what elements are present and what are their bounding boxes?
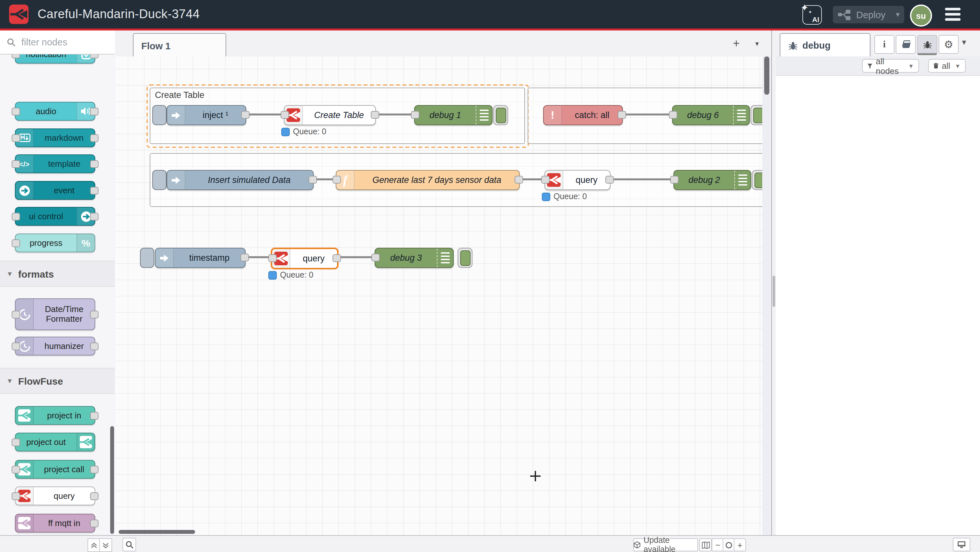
wire[interactable] bbox=[619, 113, 675, 115]
palette-node-progress[interactable]: progress % bbox=[15, 233, 95, 252]
palette-node-ff-mqtt-in[interactable]: ff mqtt in bbox=[15, 514, 95, 533]
node-debug-3[interactable]: debug 3 bbox=[375, 248, 454, 268]
palette-node-audio[interactable]: audio bbox=[15, 102, 95, 121]
sparkle-icon: ✦ bbox=[800, 2, 808, 14]
package-icon bbox=[634, 541, 640, 549]
inject-trigger-button[interactable] bbox=[152, 170, 167, 190]
wire[interactable] bbox=[607, 179, 676, 180]
ai-assistant-button[interactable]: ✦ ✦ AI bbox=[802, 5, 822, 25]
palette-collapse-all-button[interactable] bbox=[88, 538, 100, 552]
exclamation-icon: ! bbox=[544, 106, 562, 124]
inject-trigger-button[interactable] bbox=[140, 248, 154, 268]
status-dot-icon bbox=[542, 192, 550, 201]
palette-section-flowfuse[interactable]: ▾ FlowFuse bbox=[0, 368, 115, 394]
node-debug-6[interactable]: debug 6 bbox=[672, 105, 750, 125]
node-query-2[interactable]: query bbox=[544, 170, 611, 190]
palette-node-project-in[interactable]: project in bbox=[15, 406, 95, 425]
status-dot-icon bbox=[281, 128, 290, 136]
debug-clear-button[interactable]: all ▼ bbox=[928, 59, 966, 73]
add-flow-button[interactable]: + bbox=[729, 36, 743, 51]
palette-node-humanizer[interactable]: humanizer bbox=[15, 337, 95, 356]
node-query-3-selected[interactable]: query bbox=[271, 248, 338, 269]
sidebar-tab-debug[interactable]: debug bbox=[780, 33, 870, 57]
palette-node-ui-control[interactable]: ui control bbox=[15, 207, 95, 226]
debug-toggle-button[interactable] bbox=[751, 105, 762, 125]
canvas-search-button[interactable] bbox=[123, 538, 136, 551]
funnel-icon bbox=[867, 62, 872, 69]
workspace-footer: Update available − + bbox=[115, 535, 776, 552]
splitter-handle-icon bbox=[773, 276, 775, 307]
debug-sidebar-icon bbox=[734, 171, 751, 190]
sidebar-footer bbox=[776, 535, 980, 552]
inject-arrow-icon bbox=[167, 106, 185, 124]
debug-sidebar-icon bbox=[476, 106, 492, 124]
node-status: Queue: 0 bbox=[542, 192, 587, 201]
node-catch-all[interactable]: ! catch: all bbox=[543, 105, 623, 125]
instance-title: Careful-Mandarin-Duck-3744 bbox=[38, 7, 200, 21]
deploy-button[interactable]: Deploy ▼ bbox=[833, 6, 904, 23]
debug-toggle-button[interactable] bbox=[752, 170, 762, 190]
navigator-button[interactable] bbox=[699, 538, 712, 551]
palette-scrollbar[interactable] bbox=[110, 426, 114, 534]
debug-filter-button[interactable]: all nodes ▼ bbox=[862, 59, 919, 73]
canvas-vertical-scrollbar[interactable] bbox=[764, 56, 769, 95]
node-create-table-query[interactable]: Create Table bbox=[284, 105, 376, 125]
palette-section-formats[interactable]: ▾ formats bbox=[0, 261, 115, 287]
debug-toggle-button[interactable] bbox=[493, 105, 508, 125]
node-insert-simulated-data[interactable]: Insert simulated Data bbox=[167, 170, 314, 190]
node-timestamp[interactable]: timestamp bbox=[155, 248, 246, 268]
sidebar-tabs-overflow-button[interactable]: ▼ bbox=[961, 38, 968, 46]
open-in-window-button[interactable] bbox=[953, 538, 970, 551]
palette-filter[interactable] bbox=[0, 30, 115, 54]
palette-node-query[interactable]: query bbox=[15, 487, 95, 505]
flow-canvas[interactable]: Create Table inject ¹ Create Table bbox=[115, 56, 762, 535]
inject-arrow-icon bbox=[167, 171, 185, 190]
node-debug-1[interactable]: debug 1 bbox=[414, 105, 493, 125]
flowfuse-icon bbox=[16, 407, 34, 424]
chevron-down-icon: ▼ bbox=[955, 62, 961, 69]
zoom-in-button[interactable]: + bbox=[734, 538, 746, 551]
canvas-scroll-gutter bbox=[762, 56, 771, 535]
debug-filter-row: all nodes ▼ all ▼ bbox=[776, 56, 980, 76]
flowfuse-icon bbox=[16, 514, 34, 532]
chevron-down-icon: ▼ bbox=[908, 62, 914, 69]
palette-footer bbox=[0, 535, 116, 552]
update-available-button[interactable]: Update available bbox=[633, 538, 698, 551]
ai-label: AI bbox=[812, 16, 819, 23]
sidebar-tabrow: debug i ⚙ ▼ bbox=[776, 30, 980, 57]
inject-trigger-button[interactable] bbox=[152, 105, 167, 125]
deploy-caret-icon[interactable]: ▼ bbox=[894, 11, 901, 18]
sidebar-tab-help-button[interactable] bbox=[896, 35, 916, 54]
deploy-label: Deploy bbox=[856, 10, 885, 20]
user-avatar[interactable]: su bbox=[910, 5, 932, 27]
cursor-crosshair bbox=[530, 471, 541, 481]
debug-toggle-button[interactable] bbox=[458, 248, 473, 268]
sidebar-tab-info-button[interactable]: i bbox=[874, 35, 894, 54]
sparkle-small-icon: ✦ bbox=[808, 10, 812, 15]
percent-icon: % bbox=[76, 234, 95, 252]
palette-node-markdown[interactable]: markdown bbox=[15, 128, 95, 147]
main-menu-button[interactable] bbox=[945, 8, 961, 21]
tab-flow-1[interactable]: Flow 1 bbox=[133, 33, 226, 58]
palette-node-project-out[interactable]: project out bbox=[15, 432, 95, 451]
palette-node-datetime-formatter[interactable]: Date/Time Formatter bbox=[15, 298, 95, 330]
flowfuse-logo-icon bbox=[9, 5, 29, 24]
palette-expand-all-button[interactable] bbox=[99, 538, 112, 552]
flow-list-button[interactable]: ▾ bbox=[750, 36, 764, 51]
palette-node-project-call[interactable]: project call bbox=[15, 460, 95, 479]
canvas-horizontal-scrollbar[interactable] bbox=[119, 530, 195, 534]
arrow-circle-icon bbox=[16, 182, 34, 199]
palette-node-event[interactable]: event bbox=[15, 181, 95, 200]
sidebar-tab-debug-button[interactable] bbox=[917, 35, 937, 55]
palette-filter-input[interactable] bbox=[20, 36, 107, 48]
flow-tabbar: Flow 1 + ▾ bbox=[115, 30, 776, 57]
zoom-reset-button[interactable] bbox=[723, 538, 735, 551]
zoom-out-button[interactable]: − bbox=[712, 538, 724, 551]
sidebar-tab-config-button[interactable]: ⚙ bbox=[939, 35, 959, 54]
chevron-down-icon: ▾ bbox=[8, 376, 12, 385]
node-debug-2[interactable]: debug 2 bbox=[673, 170, 751, 190]
node-generate-sensor-data[interactable]: f Generate last 7 days sensor data bbox=[336, 170, 520, 190]
palette-node-template[interactable]: </> template bbox=[15, 155, 95, 173]
flowfuse-icon bbox=[76, 433, 95, 451]
node-inject-1[interactable]: inject ¹ bbox=[167, 105, 246, 125]
